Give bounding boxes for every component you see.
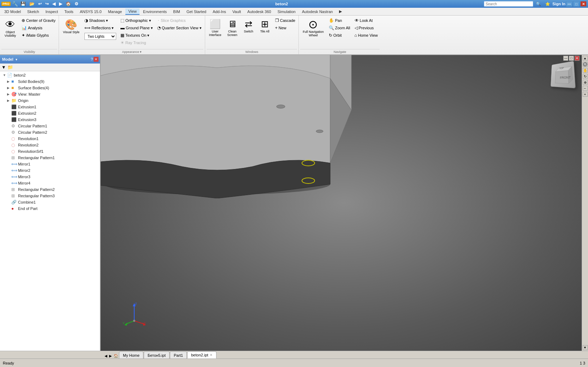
tree-item-revolution-srf1[interactable]: ◌ RevolutionSrf1: [0, 148, 100, 155]
tab-beton2[interactable]: beton2.ipt ✕: [187, 351, 216, 359]
menu-addins[interactable]: Add-Ins: [210, 9, 229, 14]
tb-save-btn[interactable]: 💾: [19, 1, 27, 6]
menu-inspect[interactable]: Inspect: [43, 9, 61, 14]
scroll-down-btn[interactable]: ▼: [583, 345, 588, 350]
minus-btn[interactable]: −: [583, 86, 588, 91]
previous-button[interactable]: ◁ Previous: [353, 24, 380, 31]
cascade-button[interactable]: ❐ Cascade: [273, 17, 297, 24]
plus-btn[interactable]: +: [583, 92, 588, 97]
tab-my-home[interactable]: My Home: [119, 351, 143, 359]
tree-item-rect-pattern3[interactable]: ⊞ Rectangular Pattern3: [0, 193, 100, 199]
viewcube-box[interactable]: FRONT TOP: [551, 61, 576, 88]
tree-item-mirror1[interactable]: ⟺ Mirror1: [0, 161, 100, 167]
menu-sketch[interactable]: Sketch: [24, 9, 42, 14]
viewcube[interactable]: FRONT TOP: [549, 62, 577, 90]
tb-open-btn[interactable]: 📂: [28, 1, 36, 6]
filter-icon[interactable]: ▼: [1, 65, 6, 70]
tree-item-mirror4[interactable]: ⟺ Mirror4: [0, 180, 100, 186]
tile-all-button[interactable]: ⊞ Tile All: [257, 17, 273, 35]
folder-icon[interactable]: 📁: [7, 65, 13, 70]
tree-item-solid-bodies[interactable]: ▶ ■ Solid Bodies(9): [0, 78, 100, 85]
tree-item-revolution1[interactable]: ◌ Revolution1: [0, 136, 100, 142]
tab-nav-right[interactable]: ▶: [108, 353, 113, 359]
tab-nav-left[interactable]: ◀: [104, 353, 108, 359]
two-lights-dropdown[interactable]: Two Lights: [83, 32, 118, 41]
tree-item-end-of-part[interactable]: ● End of Part: [0, 205, 100, 212]
scroll-up-btn[interactable]: ▲: [583, 56, 588, 61]
tree-item-circ-pattern2[interactable]: ⚙ Circular Pattern2: [0, 129, 100, 136]
pan-btn[interactable]: ✋: [583, 68, 588, 73]
panel-help-icon[interactable]: ?: [91, 57, 93, 61]
ground-plane-button[interactable]: ▬ Ground Plane ▾: [119, 24, 155, 31]
tb-forward-btn[interactable]: ▶: [58, 1, 63, 6]
menu-bim[interactable]: BIM: [170, 9, 183, 14]
switch-button[interactable]: ⇄ Switch: [241, 17, 256, 35]
tb-redo-btn[interactable]: ↪: [44, 1, 50, 6]
tree-item-revolution2[interactable]: ◌ Revolution2: [0, 142, 100, 148]
menu-autodesk360[interactable]: Autodesk 360: [244, 9, 274, 14]
search-input[interactable]: [484, 1, 533, 7]
zoom-all-button[interactable]: 🔍 Zoom All: [327, 24, 352, 31]
clean-screen-button[interactable]: 🖥 CleanScreen: [225, 17, 240, 38]
textures-button[interactable]: ▦ Textures On ▾: [119, 32, 155, 39]
menu-vault[interactable]: Vault: [230, 9, 244, 14]
tree-item-view-master[interactable]: ▶ 🎯 View: Master: [0, 91, 100, 97]
analysis-button[interactable]: 📊 Analysis: [20, 24, 57, 31]
tb-home-btn[interactable]: 🏠: [65, 1, 72, 6]
pan-button[interactable]: ✋ Pan: [327, 17, 352, 24]
new-window-button[interactable]: + New: [273, 24, 297, 31]
visual-style-button[interactable]: 🎨 Visual Style: [60, 17, 82, 36]
viewport[interactable]: FRONT TOP: [101, 55, 588, 351]
look-at-button[interactable]: 👁 Look At: [353, 17, 380, 24]
zoom-btn[interactable]: ⊕: [583, 80, 588, 85]
tree-item-origin[interactable]: ▶ 📁 Origin: [0, 97, 100, 104]
viewport-close-btn[interactable]: ✕: [575, 56, 580, 61]
two-lights-select[interactable]: Two Lights: [84, 33, 116, 40]
orbit-button[interactable]: ↻ Orbit: [327, 32, 352, 39]
menu-ansys[interactable]: ANSYS 15.0: [77, 9, 105, 14]
imate-glyphs-button[interactable]: ✦ iMate Glyphs: [20, 32, 57, 39]
menu-view[interactable]: View: [125, 8, 139, 15]
tree-item-rect-pattern1[interactable]: ⊞ Rectangular Pattern1: [0, 155, 100, 161]
menu-simulation[interactable]: Simulation: [275, 9, 298, 14]
slice-graphics-button[interactable]: ⬝ Slice Graphics: [155, 17, 203, 24]
ray-tracing-button[interactable]: ☀ Ray Tracing: [119, 39, 155, 46]
quarter-section-button[interactable]: ◔ Quarter Section View ▾: [155, 24, 203, 31]
panel-close-icon[interactable]: ✕: [94, 57, 99, 62]
tree-item-extrusion2[interactable]: ⬛ Extrusion2: [0, 110, 100, 116]
menu-manage[interactable]: Manage: [105, 9, 125, 14]
shadows-button[interactable]: ◑ Shadows ▾: [83, 17, 118, 24]
maximize-button[interactable]: □: [573, 1, 580, 7]
menu-environments[interactable]: Environments: [140, 9, 170, 14]
reflections-button[interactable]: ⟺ Reflections ▾: [83, 24, 118, 31]
menu-nastran[interactable]: Autodesk Nastran: [299, 9, 335, 14]
tree-item-extrusion3[interactable]: ⬛ Extrusion3: [0, 116, 100, 123]
object-visibility-button[interactable]: 👁 ObjectVisibility: [1, 17, 19, 39]
nav-icon-1[interactable]: 🔘: [583, 62, 588, 67]
sign-in-label[interactable]: Sign In: [552, 2, 565, 6]
panel-dropdown-icon[interactable]: ▾: [16, 58, 17, 61]
tree-item-root[interactable]: ▼ 📄 beton2: [0, 72, 100, 78]
rotate-btn[interactable]: ↻: [583, 74, 588, 79]
tree-item-combine1[interactable]: 🔗 Combine1: [0, 199, 100, 205]
center-of-gravity-button[interactable]: ⊕ Center of Gravity: [20, 17, 57, 24]
tree-item-mirror3[interactable]: ⟺ Mirror3: [0, 174, 100, 180]
tree-item-mirror2[interactable]: ⟺ Mirror2: [0, 167, 100, 174]
menu-3dmodel[interactable]: 3D Model: [1, 9, 24, 14]
viewport-restore-btn[interactable]: □: [569, 56, 574, 61]
user-interface-button[interactable]: ⬜ UserInterface: [207, 17, 224, 38]
close-button[interactable]: ✕: [580, 1, 587, 7]
tb-settings-btn[interactable]: ⚙: [73, 1, 79, 6]
menu-more[interactable]: ▶: [336, 8, 345, 14]
viewport-min-btn[interactable]: —: [563, 56, 568, 61]
tb-back-btn[interactable]: ◀: [51, 1, 57, 6]
menu-getstarted[interactable]: Get Started: [184, 9, 209, 14]
tab-close-icon[interactable]: ✕: [210, 353, 213, 357]
tb-undo-btn[interactable]: ↩: [37, 1, 43, 6]
minimize-button[interactable]: —: [566, 1, 572, 7]
orthographic-button[interactable]: ⬚ Orthographic ▾: [119, 17, 155, 24]
tree-item-circ-pattern1[interactable]: ⚙ Circular Pattern1: [0, 123, 100, 129]
tab-part1[interactable]: Part1: [170, 351, 187, 359]
tree-item-surface-bodies[interactable]: ▶ ■ Surface Bodies(4): [0, 85, 100, 91]
home-view-button[interactable]: ⌂ Home View: [353, 32, 380, 39]
